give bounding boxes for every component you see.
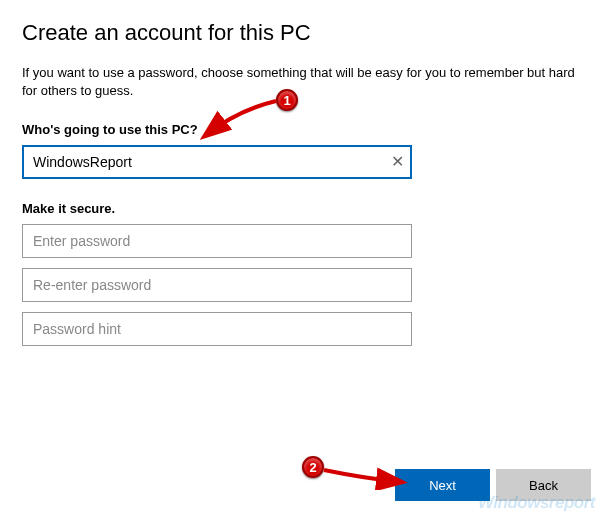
back-button[interactable]: Back [496, 469, 591, 501]
annotation-arrow-1-icon [198, 95, 283, 145]
password-confirm-field-wrap [22, 268, 412, 302]
annotation-badge-2: 2 [302, 456, 324, 478]
page-subtitle: If you want to use a password, choose so… [22, 64, 582, 100]
footer-buttons: Next Back [395, 469, 591, 501]
password-confirm-field[interactable] [22, 268, 412, 302]
clear-icon[interactable]: ✕ [391, 154, 404, 170]
password-field[interactable] [22, 224, 412, 258]
username-label: Who's going to use this PC? [22, 122, 591, 137]
password-section-label: Make it secure. [22, 201, 591, 216]
username-field-wrap: ✕ [22, 145, 412, 179]
username-field[interactable] [22, 145, 412, 179]
password-field-wrap [22, 224, 412, 258]
next-button[interactable]: Next [395, 469, 490, 501]
password-hint-field[interactable] [22, 312, 412, 346]
password-hint-field-wrap [22, 312, 412, 346]
page-title: Create an account for this PC [22, 20, 591, 46]
annotation-badge-1: 1 [276, 89, 298, 111]
